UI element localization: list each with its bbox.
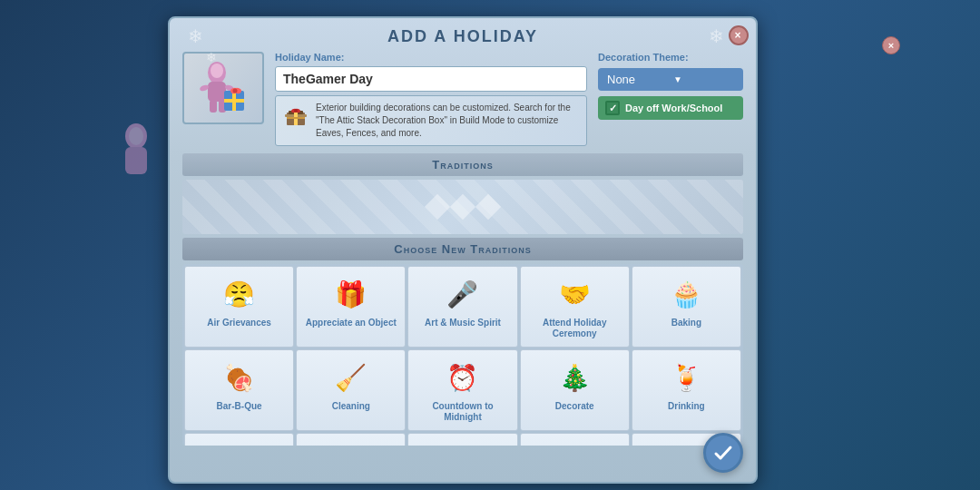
tradition-label-cleaning: Cleaning: [332, 401, 370, 412]
check-icon: ✓: [605, 101, 620, 115]
bg-character-left: [109, 118, 163, 194]
confirm-button[interactable]: [703, 433, 743, 473]
tradition-icon-art-music-spirit: 🎤: [443, 274, 483, 314]
svg-point-23: [294, 109, 298, 113]
traditions-section-header: Traditions: [182, 153, 743, 176]
tradition-icon-baking: 🧁: [666, 274, 706, 314]
svg-rect-8: [210, 100, 217, 113]
dialog-title: Add a Holiday ×: [170, 18, 756, 52]
diamond-deco-1: [425, 194, 450, 220]
tradition-icon-air-grievances: 😤: [220, 274, 260, 314]
tradition-icon-no-fun: 🚫: [443, 441, 483, 446]
tradition-item-egg-hunt[interactable]: 🥚Egg Hunt: [184, 433, 294, 446]
decoration-box-icon: [283, 102, 309, 127]
tradition-label-air-grievances: Air Grievances: [207, 318, 271, 328]
tradition-item-ceremony2[interactable]: 🎀Gift Giving: [520, 433, 630, 446]
tradition-item-no-fun[interactable]: 🚫No Fun: [407, 433, 517, 446]
tradition-item-drinking[interactable]: 🍹Drinking: [632, 349, 741, 431]
traditions-grid: 😤Air Grievances🎁Appreciate an Object🎤Art…: [182, 264, 743, 446]
tradition-item-cleaning[interactable]: 🧹Cleaning: [296, 349, 406, 431]
tradition-item-appreciate-object[interactable]: 🎁Appreciate an Object: [296, 266, 406, 348]
tradition-label-attend-ceremony: Attend Holiday Ceremony: [524, 318, 625, 339]
character-preview: [182, 52, 264, 124]
decoration-dropdown-arrow: ▼: [673, 74, 734, 84]
name-and-info: Holiday Name: Exterior building decorati…: [275, 52, 587, 146]
tradition-label-appreciate-object: Appreciate an Object: [306, 318, 397, 328]
svg-point-4: [211, 64, 223, 78]
top-section: Holiday Name: Exterior building decorati…: [170, 52, 756, 153]
info-text: Exterior building decorations can be cus…: [316, 102, 579, 140]
traditions-grid-container[interactable]: 😤Air Grievances🎁Appreciate an Object🎤Art…: [182, 264, 743, 446]
svg-point-15: [233, 89, 238, 93]
checkmark-icon: [712, 442, 734, 464]
info-box: Exterior building decorations can be cus…: [275, 95, 587, 146]
tradition-item-livestock[interactable]: 🐄Livestock: [296, 433, 406, 446]
diamond-deco-3: [475, 194, 501, 220]
tradition-label-decorate: Decorate: [555, 401, 594, 412]
holiday-name-label: Holiday Name:: [275, 52, 587, 63]
day-off-label: Day off Work/School: [625, 103, 722, 113]
traditions-empty-area: [182, 180, 743, 234]
tradition-item-countdown-midnight[interactable]: ⏰Countdown to Midnight: [407, 349, 517, 431]
tradition-icon-egg-hunt: 🥚: [220, 441, 260, 446]
svg-rect-20: [287, 117, 305, 119]
svg-point-2: [129, 127, 143, 145]
tradition-icon-attend-ceremony: 🤝: [554, 274, 594, 314]
svg-rect-12: [224, 99, 244, 103]
tradition-label-baking: Baking: [671, 318, 701, 328]
tradition-item-bar-b-que[interactable]: 🍖Bar-B-Que: [184, 349, 294, 431]
decoration-select[interactable]: None ▼: [598, 68, 743, 91]
dialog-close-button[interactable]: ×: [729, 25, 749, 45]
tradition-icon-countdown-midnight: ⏰: [443, 358, 483, 397]
decoration-label: Decoration Theme:: [598, 52, 743, 63]
add-holiday-dialog: ❄ ❄ ❄ Add a Holiday ×: [168, 16, 758, 484]
tradition-item-art-music-spirit[interactable]: 🎤Art & Music Spirit: [407, 266, 517, 348]
tradition-label-countdown-midnight: Countdown to Midnight: [412, 401, 513, 423]
holiday-name-input[interactable]: [275, 66, 587, 92]
tradition-item-decorate[interactable]: 🎄Decorate: [520, 349, 630, 431]
diamond-deco-2: [450, 194, 475, 220]
tradition-icon-bar-b-que: 🍖: [220, 358, 260, 397]
tradition-icon-livestock: 🐄: [331, 441, 371, 446]
tradition-icon-ceremony2: 🎀: [554, 441, 594, 446]
tradition-item-attend-ceremony[interactable]: 🤝Attend Holiday Ceremony: [520, 266, 630, 348]
choose-traditions-header: Choose New Traditions: [182, 238, 743, 260]
screen-close-button[interactable]: ×: [882, 36, 900, 54]
svg-rect-5: [208, 82, 226, 102]
svg-rect-1: [125, 147, 147, 174]
right-section: Decoration Theme: None ▼ ✓ Day off Work/…: [598, 52, 743, 120]
tradition-icon-cleaning: 🧹: [331, 358, 371, 397]
tradition-label-art-music-spirit: Art & Music Spirit: [425, 318, 501, 328]
tradition-icon-drinking: 🍹: [666, 358, 706, 397]
tradition-icon-candles: 🕯️: [666, 441, 706, 446]
tradition-icon-appreciate-object: 🎁: [331, 274, 371, 314]
tradition-icon-decorate: 🎄: [554, 358, 594, 397]
tradition-label-bar-b-que: Bar-B-Que: [217, 401, 262, 412]
character-svg: [191, 56, 255, 120]
tradition-label-drinking: Drinking: [668, 401, 705, 412]
day-off-checkbox[interactable]: ✓ Day off Work/School: [598, 96, 743, 120]
tradition-item-air-grievances[interactable]: 😤Air Grievances: [184, 266, 294, 348]
tradition-item-baking[interactable]: 🧁Baking: [632, 266, 741, 348]
